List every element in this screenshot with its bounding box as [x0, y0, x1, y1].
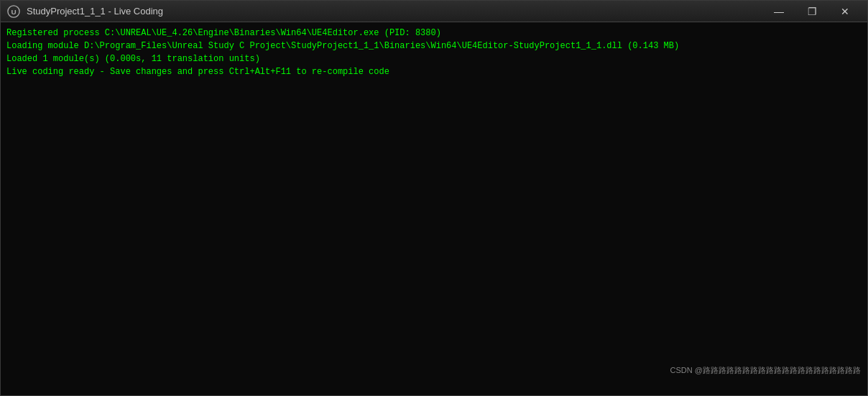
close-button[interactable]: ✕	[828, 1, 862, 22]
console-line: Live coding ready - Save changes and pre…	[6, 65, 862, 78]
window-title: StudyProject1_1_1 - Live Coding	[27, 6, 163, 17]
console-line: Registered process C:\UNREAL\UE_4.26\Eng…	[6, 27, 862, 40]
minimize-button[interactable]: —	[762, 1, 795, 22]
title-bar: U StudyProject1_1_1 - Live Coding — ❐ ✕	[1, 1, 867, 22]
restore-button[interactable]: ❐	[795, 1, 828, 22]
watermark: CSDN @路路路路路路路路路路路路路路路路路路路路	[670, 365, 861, 376]
console-output: Registered process C:\UNREAL\UE_4.26\Eng…	[1, 22, 867, 395]
console-line: Loaded 1 module(s) (0.000s, 11 translati…	[6, 52, 862, 65]
console-line: Loading module D:\Program_Files\Unreal S…	[6, 40, 862, 52]
main-window: U StudyProject1_1_1 - Live Coding — ❐ ✕ …	[0, 0, 868, 396]
svg-text:U: U	[11, 8, 16, 16]
ue-logo-icon: U	[6, 4, 21, 19]
window-controls: — ❐ ✕	[762, 1, 862, 22]
title-bar-left: U StudyProject1_1_1 - Live Coding	[6, 4, 163, 19]
